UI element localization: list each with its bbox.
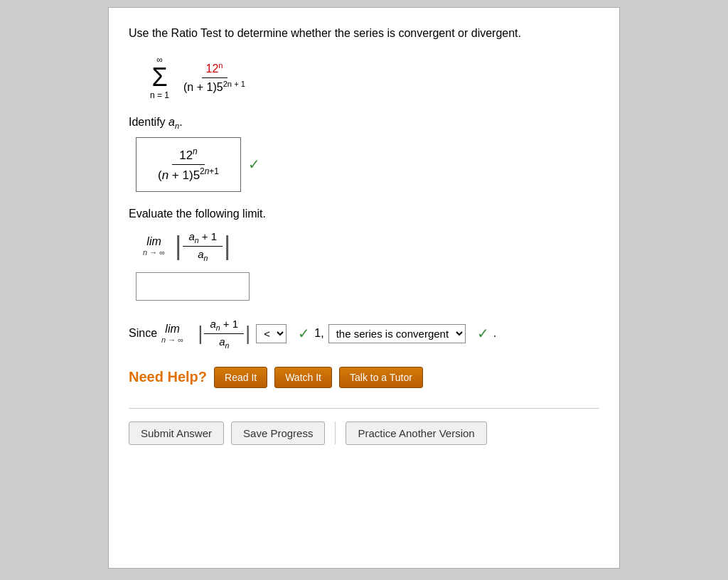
convergence-dropdown[interactable]: the series is convergent the series is d… <box>328 324 466 343</box>
actions-separator <box>335 421 336 444</box>
one-label: 1, <box>314 327 323 340</box>
lim-block: lim n → ∞ <box>143 235 165 257</box>
bottom-actions: Submit Answer Save Progress Practice Ano… <box>129 408 599 445</box>
since-frac-den: an <box>213 334 235 351</box>
identify-section: Identify an. 12n (n + 1)52n+1 ✓ <box>129 116 599 192</box>
since-abs-fraction: | an + 1 an | <box>196 316 252 351</box>
since-label: Since <box>129 327 157 340</box>
sigma-block: ∞ Σ n = 1 <box>150 55 169 100</box>
main-container: Use the Ratio Test to determine whether … <box>108 7 620 569</box>
boxed-numerator: 12n <box>172 145 205 165</box>
limit-numerator: an + 1 <box>183 229 223 247</box>
evaluate-section: Evaluate the following limit. lim n → ∞ … <box>129 208 599 301</box>
since-section: Since lim n → ∞ | an + 1 an | < > = <box>129 316 599 351</box>
evaluate-label: Evaluate the following limit. <box>129 208 599 220</box>
identify-label: Identify an. <box>129 116 599 130</box>
since-inner-fraction: an + 1 an <box>204 316 244 351</box>
since-lim-block: lim n → ∞ <box>161 323 192 344</box>
comparison-dropdown[interactable]: < > = <box>256 324 287 343</box>
series-numerator: 12n <box>202 60 228 77</box>
boxed-denominator: (n + 1)52n+1 <box>151 165 226 184</box>
answer-box-empty <box>129 272 599 301</box>
since-lim-sub: n → ∞ <box>161 335 183 344</box>
abs-fraction: | an + 1 an | <box>173 229 232 264</box>
limit-fraction: an + 1 an <box>183 229 223 264</box>
abs-bar-right: | <box>224 233 230 259</box>
period: . <box>493 327 496 340</box>
identify-answer-row: 12n (n + 1)52n+1 ✓ <box>129 137 599 191</box>
boxed-fraction: 12n (n + 1)52n+1 <box>136 137 241 191</box>
since-lim: lim n → ∞ <box>161 323 183 344</box>
series-fraction: 12n (n + 1)52n + 1 <box>179 60 250 95</box>
comparison-check: ✓ <box>298 325 310 342</box>
limit-denominator: an <box>192 247 213 264</box>
lim-display: lim n → ∞ | an + 1 an | <box>143 229 599 264</box>
practice-another-button[interactable]: Practice Another Version <box>346 421 486 445</box>
since-abs-left: | <box>198 323 203 343</box>
save-progress-button[interactable]: Save Progress <box>231 421 325 445</box>
since-lim-text: lim <box>165 323 179 335</box>
submit-answer-button[interactable]: Submit Answer <box>129 421 224 445</box>
series-display: ∞ Σ n = 1 12n (n + 1)52n + 1 <box>150 55 599 100</box>
series-denominator: (n + 1)52n + 1 <box>179 78 250 95</box>
lim-text: lim <box>146 235 161 248</box>
since-abs-right: | <box>245 323 250 343</box>
talk-to-tutor-button[interactable]: Talk to a Tutor <box>339 367 423 388</box>
abs-bar-left: | <box>175 233 181 259</box>
an-label: an <box>168 116 179 128</box>
sigma-symbol: Σ <box>151 65 167 90</box>
lim-sub: n → ∞ <box>143 248 165 257</box>
since-frac-num: an + 1 <box>204 316 244 334</box>
convergence-check: ✓ <box>477 325 489 342</box>
read-it-button[interactable]: Read It <box>214 367 267 388</box>
question-instruction: Use the Ratio Test to determine whether … <box>129 25 599 42</box>
sigma-bottom: n = 1 <box>150 90 169 100</box>
identify-check: ✓ <box>248 156 260 173</box>
need-help-section: Need Help? Read It Watch It Talk to a Tu… <box>129 367 599 388</box>
need-help-label: Need Help? <box>129 369 207 385</box>
watch-it-button[interactable]: Watch It <box>274 367 332 388</box>
